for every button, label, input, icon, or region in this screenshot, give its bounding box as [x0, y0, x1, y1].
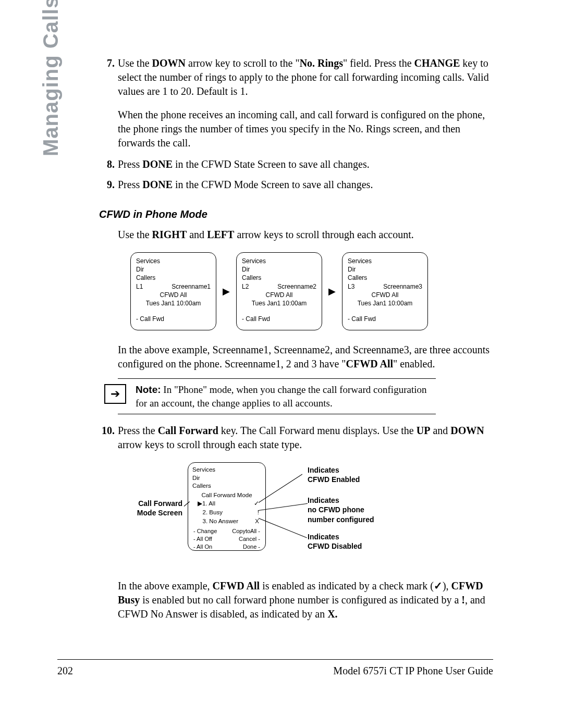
callout-no-number: Indicates no CFWD phone number configure…	[308, 496, 374, 524]
label: Callers	[348, 274, 422, 282]
step-text: Press the Call Forward key. The Call For…	[118, 424, 493, 452]
step-number: 8.	[99, 157, 118, 171]
line-id: L1	[136, 283, 143, 290]
text: Mode Screen	[120, 508, 182, 517]
softkey-copytoall: CopytoAll -	[232, 527, 260, 535]
key-down: DOWN	[450, 425, 484, 436]
key-done: DONE	[142, 179, 173, 190]
instruction-line: Use the RIGHT and LEFT arrow keys to scr…	[118, 228, 493, 242]
line-id: L2	[242, 283, 249, 290]
note-text: Note: In "Phone" mode, when you change t…	[136, 383, 427, 410]
label: Services	[192, 466, 261, 474]
figure-1-description: In the above example, Screenname1, Scree…	[118, 343, 493, 371]
text: " field. Press the	[343, 57, 414, 69]
label: Callers	[242, 274, 316, 282]
label: Dir	[348, 265, 422, 274]
text: In "Phone" mode, when you change the cal…	[136, 384, 426, 409]
label: Services	[348, 257, 422, 265]
screen-title: Call Forward Mode	[192, 491, 261, 500]
line-row: L2Screenname2	[242, 282, 316, 291]
figure-2-description: In the above example, CFWD All is enable…	[118, 579, 493, 621]
exclamation-icon: !	[461, 594, 465, 606]
exclamation-icon: !	[258, 508, 259, 517]
datetime: Tues Jan1 10:00am	[242, 299, 316, 307]
bold: CFWD All	[213, 580, 260, 591]
guide-title: Model 6757i CT IP Phone User Guide	[333, 665, 493, 677]
figure-2: Call Forward Mode Screen Services Dir Ca…	[99, 462, 493, 566]
bold: CFWD All	[346, 358, 393, 369]
softkey: - Call Fwd	[348, 315, 422, 323]
option-busy: 2. Busy	[198, 508, 223, 517]
key-done: DONE	[142, 158, 173, 170]
text: CFWD Disabled	[308, 541, 362, 551]
callout-enabled: Indicates CFWD Enabled	[308, 465, 360, 484]
softkey-cancel: Cancel -	[239, 535, 260, 543]
note-arrow-icon: ➔	[104, 384, 126, 404]
field-no-rings: No. Rings	[300, 57, 343, 69]
subsection-heading: CFWD in Phone Mode	[99, 207, 493, 221]
text: Use the	[118, 57, 152, 69]
line-id: L3	[348, 283, 354, 290]
text: Press	[118, 158, 142, 170]
note-label: Note:	[136, 384, 161, 395]
softkey: - Call Fwd	[242, 315, 316, 323]
text: arrow key to scroll to the "	[186, 57, 300, 69]
step-9: 9. Press DONE in the CFWD Mode Screen to…	[99, 178, 493, 192]
line-row: L3Screenname3	[348, 282, 422, 291]
screen-name: Screenname2	[277, 282, 316, 291]
text: number configured	[308, 515, 374, 524]
phone-screen-3: Services Dir Callers L3Screenname3 CFWD …	[342, 252, 428, 330]
step-text: Press DONE in the CFWD State Screen to s…	[118, 157, 493, 171]
datetime: Tues Jan1 10:00am	[348, 299, 422, 307]
step-number: 7.	[99, 56, 118, 98]
callout-line	[259, 503, 308, 511]
text: Indicates	[308, 532, 362, 541]
step-8: 8. Press DONE in the CFWD State Screen t…	[99, 157, 493, 171]
bold: X.	[327, 608, 337, 620]
text: CFWD Enabled	[308, 475, 360, 484]
cfwd-state: CFWD All	[136, 291, 211, 299]
label: Callers	[192, 482, 261, 490]
text: Press	[118, 179, 142, 190]
text: Indicates	[308, 496, 374, 505]
step-7-note: When the phone receives an incoming call…	[118, 108, 493, 150]
option-no-answer: 3. No Answer	[198, 517, 238, 526]
key-change: CHANGE	[414, 57, 460, 69]
callout-disabled: Indicates CFWD Disabled	[308, 532, 362, 551]
step-10: 10. Press the Call Forward key. The Call…	[99, 424, 493, 452]
label: Services	[242, 257, 316, 265]
softkey-allon: - All On	[193, 543, 212, 551]
screen-name: Screenname1	[172, 282, 211, 291]
line-row: L1Screenname1	[136, 282, 211, 291]
text: Indicates	[308, 465, 360, 475]
phone-screen-2: Services Dir Callers L2Screenname2 CFWD …	[236, 252, 322, 330]
figure-2-left-label: Call Forward Mode Screen	[120, 499, 182, 517]
key-left: LEFT	[207, 229, 234, 240]
note-block: ➔ Note: In "Phone" mode, when you change…	[99, 383, 493, 410]
text: Call Forward	[120, 499, 182, 508]
text: and	[187, 229, 207, 240]
softkey-alloff: - All Off	[193, 535, 212, 543]
text: In the above example,	[118, 580, 213, 591]
datetime: Tues Jan1 10:00am	[136, 299, 211, 307]
text: Use the	[118, 229, 152, 240]
key-call-forward: Call Forward	[158, 425, 218, 436]
text: " enabled.	[393, 358, 435, 369]
cfwd-mode-screen: Services Dir Callers Call Forward Mode ▶…	[188, 462, 266, 551]
text: ),	[443, 580, 451, 591]
arrow-right-icon: ▶	[223, 285, 230, 298]
page-number: 202	[57, 665, 73, 677]
text: in the CFWD Mode Screen to save all chan…	[173, 179, 373, 190]
label: Dir	[136, 265, 211, 274]
cfwd-state: CFWD All	[242, 291, 316, 299]
step-7: 7. Use the DOWN arrow key to scroll to t…	[99, 56, 493, 98]
page-footer: 202 Model 6757i CT IP Phone User Guide	[57, 659, 493, 677]
cfwd-state: CFWD All	[348, 291, 422, 299]
option-all: ▶1. All	[198, 499, 215, 508]
step-text: Use the DOWN arrow key to scroll to the …	[118, 56, 493, 98]
text: Press the	[118, 425, 158, 436]
label: Dir	[242, 265, 316, 274]
label: Services	[136, 257, 211, 265]
key-up: UP	[417, 425, 431, 436]
text: is enabled as indicated by a check mark …	[260, 580, 434, 591]
